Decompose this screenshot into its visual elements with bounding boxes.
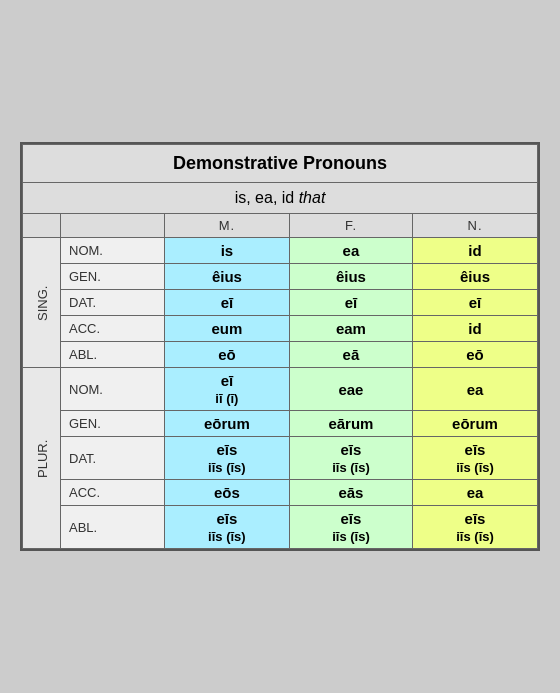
case-abl-sing: ABL. xyxy=(61,342,165,368)
cell-sing-gen-m: êius xyxy=(164,264,289,290)
table-row: DAT. eīsiīs (īs) eīsiīs (īs) eīsiīs (īs) xyxy=(23,437,538,480)
case-nom-plur: NOM. xyxy=(61,368,165,411)
table-title: Demonstrative Pronouns xyxy=(23,145,538,183)
subtitle-main: is, ea, id xyxy=(235,189,299,206)
cell-sing-nom-f: ea xyxy=(289,238,412,264)
table-row: ABL. eīsiīs (īs) eīsiīs (īs) eīsiīs (īs) xyxy=(23,506,538,549)
cell-plur-gen-f: eārum xyxy=(289,411,412,437)
cell-plur-dat-m: eīsiīs (īs) xyxy=(164,437,289,480)
cell-sing-dat-m: eī xyxy=(164,290,289,316)
col-header-m: M. xyxy=(164,214,289,238)
table-row: ACC. eum eam id xyxy=(23,316,538,342)
case-nom-sing: NOM. xyxy=(61,238,165,264)
cell-sing-acc-n: id xyxy=(413,316,538,342)
cell-sing-abl-m: eō xyxy=(164,342,289,368)
col-header-f: F. xyxy=(289,214,412,238)
cell-sing-abl-n: eō xyxy=(413,342,538,368)
main-table-wrapper: Demonstrative Pronouns is, ea, id that M… xyxy=(20,142,540,551)
plur-label: PLUR. xyxy=(23,368,61,549)
table-subtitle: is, ea, id that xyxy=(23,183,538,214)
cell-sing-nom-m: is xyxy=(164,238,289,264)
corner-empty-1 xyxy=(23,214,61,238)
cell-plur-gen-m: eōrum xyxy=(164,411,289,437)
sing-label: SING. xyxy=(23,238,61,368)
table-row: GEN. êius êius êius xyxy=(23,264,538,290)
cell-plur-nom-n: ea xyxy=(413,368,538,411)
cell-sing-acc-f: eam xyxy=(289,316,412,342)
table-row: SING. NOM. is ea id xyxy=(23,238,538,264)
case-gen-plur: GEN. xyxy=(61,411,165,437)
cell-sing-gen-f: êius xyxy=(289,264,412,290)
case-dat-plur: DAT. xyxy=(61,437,165,480)
case-acc-sing: ACC. xyxy=(61,316,165,342)
case-dat-sing: DAT. xyxy=(61,290,165,316)
cell-plur-abl-n: eīsiīs (īs) xyxy=(413,506,538,549)
cell-plur-nom-m: eīiī (ī) xyxy=(164,368,289,411)
cell-sing-nom-n: id xyxy=(413,238,538,264)
case-gen-sing: GEN. xyxy=(61,264,165,290)
cell-sing-dat-f: eī xyxy=(289,290,412,316)
case-acc-plur: ACC. xyxy=(61,480,165,506)
cell-sing-acc-m: eum xyxy=(164,316,289,342)
cell-sing-gen-n: êius xyxy=(413,264,538,290)
cell-sing-dat-n: eī xyxy=(413,290,538,316)
cell-plur-gen-n: eōrum xyxy=(413,411,538,437)
cell-sing-abl-f: eā xyxy=(289,342,412,368)
cell-plur-abl-f: eīsiīs (īs) xyxy=(289,506,412,549)
corner-empty-2 xyxy=(61,214,165,238)
col-header-n: N. xyxy=(413,214,538,238)
cell-plur-dat-n: eīsiīs (īs) xyxy=(413,437,538,480)
table-row: PLUR. NOM. eīiī (ī) eae ea xyxy=(23,368,538,411)
case-abl-plur: ABL. xyxy=(61,506,165,549)
title-text: Demonstrative Pronouns xyxy=(173,153,387,173)
table-row: ACC. eōs eās ea xyxy=(23,480,538,506)
subtitle-italic: that xyxy=(299,189,326,206)
table-row: ABL. eō eā eō xyxy=(23,342,538,368)
cell-plur-acc-f: eās xyxy=(289,480,412,506)
cell-plur-acc-n: ea xyxy=(413,480,538,506)
cell-plur-dat-f: eīsiīs (īs) xyxy=(289,437,412,480)
table-row: DAT. eī eī eī xyxy=(23,290,538,316)
cell-plur-acc-m: eōs xyxy=(164,480,289,506)
table-row: GEN. eōrum eārum eōrum xyxy=(23,411,538,437)
cell-plur-abl-m: eīsiīs (īs) xyxy=(164,506,289,549)
cell-plur-nom-f: eae xyxy=(289,368,412,411)
